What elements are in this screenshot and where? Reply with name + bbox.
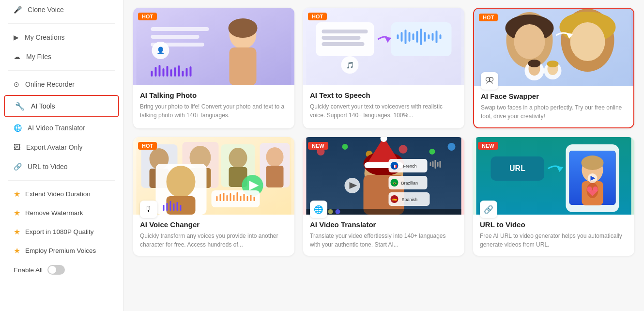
card-body-voice-changer: 🎙 AI Voice Changer Quickly transform any… <box>133 215 294 256</box>
sidebar-label-premium-voices: Employ Premium Voices <box>25 247 96 254</box>
svg-point-100 <box>399 145 408 154</box>
card-ai-tts[interactable]: 🎵 HOT AI Text to Speech Quickly convert … <box>303 8 464 128</box>
svg-rect-92 <box>250 195 252 201</box>
card-body-face-swap: AI Face Swapper Swap two faces in a phot… <box>474 86 633 127</box>
badge-hot-talking-photo: HOT <box>138 13 157 20</box>
svg-rect-15 <box>182 71 184 77</box>
sidebar: 🎤 Clone Voice ▶ My Creations ☁ My Files … <box>0 0 123 311</box>
sidebar-divider-2 <box>8 70 115 71</box>
my-files-icon: ☁ <box>14 53 20 61</box>
card-url-to-video[interactable]: URL <box>473 137 634 256</box>
svg-rect-17 <box>190 66 192 77</box>
sidebar-item-ai-video-translator[interactable]: 🌐 AI Video Translator <box>4 119 119 137</box>
svg-text:🇧🇷: 🇧🇷 <box>392 181 397 186</box>
card-desc-url-to-video: Free AI URL to video generator helps you… <box>480 232 628 249</box>
svg-rect-126 <box>430 162 431 166</box>
enable-all-toggle[interactable] <box>47 265 65 275</box>
svg-rect-73 <box>163 205 165 211</box>
enable-all-label: Enable All <box>14 266 43 274</box>
card-ai-face-swapper[interactable]: HOT AI Face Swapper Swap two faces in a … <box>473 8 634 128</box>
sidebar-label-url-to-video: URL to Video <box>28 163 68 171</box>
svg-rect-129 <box>437 162 439 167</box>
svg-rect-5 <box>151 35 199 39</box>
enable-all-row: Enable All <box>4 261 119 279</box>
ai-tools-icon: 🔧 <box>15 101 25 111</box>
sidebar-item-premium-voices[interactable]: ★ Employ Premium Voices <box>4 242 119 259</box>
sidebar-label-export-avatar-only: Export Avatar Only <box>26 143 82 151</box>
svg-point-44 <box>514 24 545 59</box>
sidebar-item-export-1080p[interactable]: ★ Export in 1080P Quality <box>4 223 119 240</box>
svg-rect-69 <box>266 166 284 187</box>
svg-rect-84 <box>223 193 225 201</box>
video-translator-card-icon: 🌐 <box>310 201 327 218</box>
svg-rect-28 <box>401 32 403 42</box>
svg-rect-33 <box>420 29 422 45</box>
face-swap-card-icon <box>481 72 498 90</box>
my-creations-icon: ▶ <box>14 33 19 41</box>
svg-rect-88 <box>237 192 238 201</box>
svg-rect-27 <box>397 34 399 39</box>
svg-point-68 <box>266 147 284 167</box>
svg-rect-36 <box>432 33 434 41</box>
sidebar-item-remove-watermark[interactable]: ★ Remove Watermark <box>4 204 119 221</box>
svg-rect-24 <box>322 42 365 46</box>
svg-point-113 <box>336 209 340 214</box>
sidebar-label-my-files: My Files <box>26 53 51 61</box>
svg-point-65 <box>229 148 247 168</box>
sidebar-item-clone-voice[interactable]: 🎤 Clone Voice <box>4 1 119 18</box>
card-desc-voice-changer: Quickly transform any voices you provide… <box>140 232 288 249</box>
svg-rect-86 <box>230 193 231 201</box>
sidebar-item-export-avatar-only[interactable]: 🖼 Export Avatar Only <box>4 139 119 156</box>
svg-point-47 <box>570 22 605 61</box>
svg-text:🎵: 🎵 <box>346 61 354 69</box>
voice-changer-card-icon: 🎙 <box>140 201 157 218</box>
export-avatar-icon: 🖼 <box>14 143 20 151</box>
url-to-video-icon: 🔗 <box>14 163 22 171</box>
svg-rect-4 <box>151 27 209 31</box>
sidebar-label-remove-watermark: Remove Watermark <box>25 209 83 217</box>
card-ai-video-translator[interactable]: 🇫🇷 French 🇧🇷 Brazilian 🇪🇸 Spanish <box>303 137 464 256</box>
svg-rect-30 <box>409 32 411 42</box>
sidebar-item-extend-video[interactable]: ★ Extend Video Duration <box>4 186 119 202</box>
cards-grid: 👤 HOT AI Talking Photo Bring your photo … <box>133 8 634 256</box>
svg-rect-29 <box>405 30 407 44</box>
card-title-face-swap: AI Face Swapper <box>481 92 627 100</box>
svg-rect-127 <box>432 161 434 167</box>
svg-rect-81 <box>212 190 260 207</box>
sidebar-label-online-recorder: Online Recorder <box>25 80 75 88</box>
card-image-tts: 🎵 HOT <box>303 8 464 85</box>
svg-text:🇪🇸: 🇪🇸 <box>392 197 397 202</box>
card-title-url-to-video: URL to Video <box>480 220 628 229</box>
sidebar-item-my-creations[interactable]: ▶ My Creations <box>4 29 119 46</box>
sidebar-item-my-files[interactable]: ☁ My Files <box>4 48 119 65</box>
svg-rect-16 <box>186 68 188 77</box>
svg-rect-10 <box>163 68 165 77</box>
sidebar-item-url-to-video[interactable]: 🔗 URL to Video <box>4 158 119 175</box>
svg-text:👤: 👤 <box>156 47 165 55</box>
svg-rect-85 <box>227 195 228 201</box>
svg-rect-128 <box>435 160 436 169</box>
svg-rect-22 <box>322 30 368 33</box>
card-ai-voice-changer[interactable]: HOT 🎙 AI Voice Changer Quickly transform… <box>133 137 294 256</box>
sidebar-item-online-recorder[interactable]: ⊙ Online Recorder <box>4 76 119 93</box>
svg-rect-11 <box>167 66 169 77</box>
svg-rect-76 <box>173 203 175 211</box>
svg-rect-8 <box>155 67 157 77</box>
card-image-video-translator: 🇫🇷 French 🇧🇷 Brazilian 🇪🇸 Spanish <box>303 137 464 215</box>
main-content: 👤 HOT AI Talking Photo Bring your photo … <box>123 0 644 311</box>
svg-rect-2 <box>230 47 257 85</box>
svg-point-101 <box>429 149 435 155</box>
star-icon-1080p: ★ <box>14 227 20 236</box>
sidebar-item-ai-tools[interactable]: 🔧 AI Tools <box>4 95 119 117</box>
badge-new-url-to-video: NEW <box>478 142 498 150</box>
svg-rect-38 <box>440 34 442 39</box>
svg-text:French: French <box>403 164 417 169</box>
star-icon-watermark: ★ <box>14 208 20 218</box>
card-ai-talking-photo[interactable]: 👤 HOT AI Talking Photo Bring your photo … <box>133 8 294 128</box>
svg-rect-130 <box>440 161 441 168</box>
svg-rect-83 <box>220 194 221 201</box>
svg-rect-91 <box>247 196 248 201</box>
sidebar-label-export-1080p: Export in 1080P Quality <box>25 228 94 235</box>
card-desc-video-translator: Translate your video effortlessly into 1… <box>310 232 458 249</box>
svg-rect-34 <box>424 32 426 42</box>
